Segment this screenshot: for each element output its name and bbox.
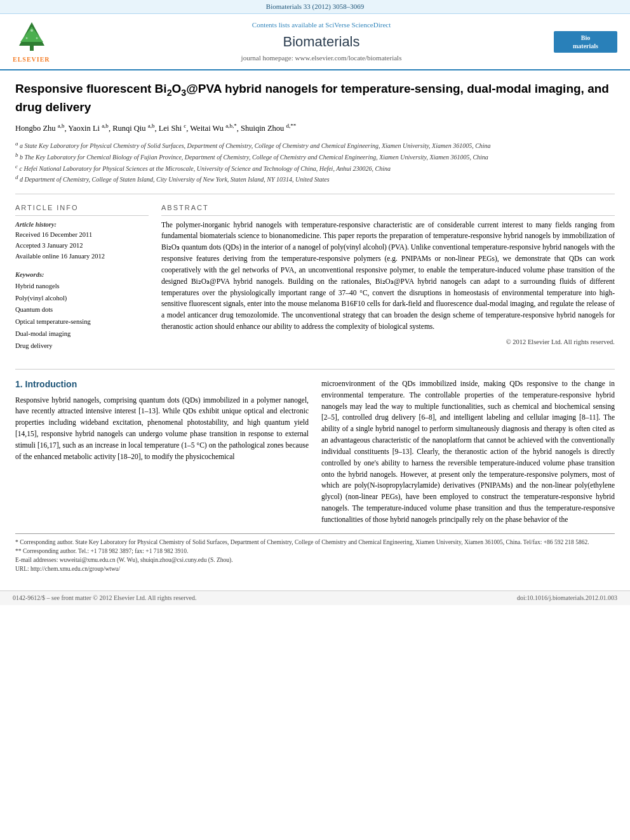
affiliation-c: c c Hefei National Laboratory for Physic… <box>15 163 615 174</box>
intro-left-text: Responsive hybrid nanogels, comprising q… <box>15 395 309 463</box>
keywords-label: Keywords: <box>15 270 149 281</box>
sciverse-text: Contents lists available at SciVerse Sci… <box>89 20 554 30</box>
footnote-corresponding2: ** Corresponding author. Tel.: +1 718 98… <box>15 547 615 556</box>
biomaterials-badge-area: Bio materials <box>554 31 617 53</box>
footer-issn: 0142-9612/$ – see front matter © 2012 El… <box>13 594 196 603</box>
history-label: Article history: <box>15 220 149 230</box>
available-date: Available online 16 January 2012 <box>15 251 149 262</box>
keyword-3: Quantum dots <box>15 304 149 316</box>
affiliation-a: a a State Key Laboratory for Physical Ch… <box>15 140 615 151</box>
intro-right-text: microenvironment of the QDs immobilized … <box>321 378 615 526</box>
svg-point-4 <box>30 29 33 32</box>
abstract-col: ABSTRACT The polymer-inorganic hybrid na… <box>161 203 615 360</box>
badge-line2: materials <box>558 42 613 50</box>
email-label: E-mail addresses: <box>15 557 58 563</box>
article-info-label: ARTICLE INFO <box>15 203 149 215</box>
journal-title: Biomaterials <box>89 32 554 52</box>
keywords-block: Keywords: Hybrid nanogels Poly(vinyl alc… <box>15 270 149 352</box>
elsevier-tree-icon <box>13 19 51 54</box>
journal-header: ELSEVIER Contents lists available at Sci… <box>0 14 630 70</box>
keyword-6: Drug delivery <box>15 340 149 352</box>
abstract-label: ABSTRACT <box>161 203 615 215</box>
divider-1 <box>15 194 615 194</box>
received-date: Received 16 December 2011 <box>15 230 149 241</box>
elsevier-logo: ELSEVIER <box>13 19 89 64</box>
introduction-section: 1. Introduction Responsive hybrid nanoge… <box>15 378 615 526</box>
biomaterials-badge: Bio materials <box>554 31 617 53</box>
article-history: Article history: Received 16 December 20… <box>15 220 149 262</box>
journal-title-area: Contents lists available at SciVerse Sci… <box>89 20 554 63</box>
footnotes-block: * Corresponding author. State Key Labora… <box>15 533 615 574</box>
journal-citation-bar: Biomaterials 33 (2012) 3058–3069 <box>0 0 630 14</box>
divider-2 <box>15 369 615 370</box>
keywords-list: Hybrid nanogels Poly(vinyl alcohol) Quan… <box>15 281 149 352</box>
abstract-text: The polymer-inorganic hybrid nanogels wi… <box>161 220 615 333</box>
keyword-2: Poly(vinyl alcohol) <box>15 293 149 305</box>
intro-left-col: 1. Introduction Responsive hybrid nanoge… <box>15 378 309 526</box>
affiliation-d: d d Department of Chemistry, College of … <box>15 173 615 185</box>
keyword-4: Optical temperature-sensing <box>15 316 149 328</box>
svg-point-5 <box>26 37 28 39</box>
elsevier-logo-area: ELSEVIER <box>13 19 89 64</box>
keyword-5: Dual-modal imaging <box>15 328 149 340</box>
intro-heading: 1. Introduction <box>15 378 309 391</box>
article-info-col: ARTICLE INFO Article history: Received 1… <box>15 203 149 360</box>
footer-doi: doi:10.1016/j.biomaterials.2012.01.003 <box>517 594 617 603</box>
footnote-emails: E-mail addresses: wuweitai@xmu.edu.cn (W… <box>15 556 615 564</box>
intro-right-col: microenvironment of the QDs immobilized … <box>321 378 615 526</box>
footnote-corresponding1: * Corresponding author. State Key Labora… <box>15 538 615 547</box>
keyword-1: Hybrid nanogels <box>15 281 149 293</box>
accepted-date: Accepted 3 January 2012 <box>15 241 149 251</box>
paper-title: Responsive fluorescent Bi2O3@PVA hybrid … <box>15 81 615 116</box>
main-content: Responsive fluorescent Bi2O3@PVA hybrid … <box>0 70 630 583</box>
article-abstract-section: ARTICLE INFO Article history: Received 1… <box>15 203 615 360</box>
svg-point-6 <box>36 37 38 39</box>
url-value: http://chem.xmu.edu.cn/group/wtwu/ <box>30 566 120 572</box>
journal-homepage: journal homepage: www.elsevier.com/locat… <box>89 53 554 63</box>
url-label: URL: <box>15 566 29 572</box>
footer-bar: 0142-9612/$ – see front matter © 2012 El… <box>0 590 630 605</box>
elsevier-label: ELSEVIER <box>13 55 50 64</box>
footnote-url: URL: http://chem.xmu.edu.cn/group/wtwu/ <box>15 564 615 573</box>
copyright-line: © 2012 Elsevier Ltd. All rights reserved… <box>161 338 615 347</box>
journal-citation: Biomaterials 33 (2012) 3058–3069 <box>266 3 364 10</box>
affiliation-b: b b The Key Laboratory for Chemical Biol… <box>15 151 615 163</box>
email-values: wuweitai@xmu.edu.cn (W. Wu), shuiqin.zho… <box>60 557 233 563</box>
affiliations-block: a a State Key Laboratory for Physical Ch… <box>15 140 615 185</box>
badge-line1: Bio <box>558 34 613 42</box>
authors-line: Hongbo Zhu a,b, Yaoxin Li a,b, Runqi Qiu… <box>15 122 615 135</box>
